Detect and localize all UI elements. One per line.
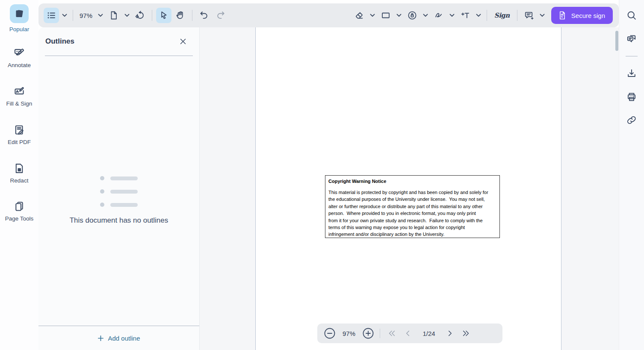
download-button[interactable] [624, 66, 639, 81]
freehand-tool-button[interactable] [431, 8, 446, 23]
sidebar-item-redact[interactable]: Redact [0, 162, 38, 184]
chevron-down-icon [98, 14, 103, 17]
sidebar-item-label: Popular [9, 26, 30, 32]
search-icon [626, 10, 637, 21]
chevron-down-icon [396, 14, 402, 17]
chevron-down-icon [370, 14, 375, 17]
copyright-notice-box: Copyright Warning Notice This material i… [325, 175, 500, 238]
add-text-tool-button[interactable] [458, 8, 473, 23]
outlines-panel-title: Outlines [45, 37, 74, 46]
add-text-dropdown[interactable] [474, 8, 483, 23]
notice-text-line: This material is protected by copyright … [328, 189, 494, 196]
page-icon [109, 10, 119, 21]
chevron-down-icon [124, 14, 130, 17]
copy-link-button[interactable] [624, 112, 639, 128]
undo-button[interactable] [196, 8, 212, 23]
next-page-button[interactable] [443, 327, 456, 340]
comment-dropdown[interactable] [538, 8, 547, 23]
bottom-bar-divider [380, 329, 380, 338]
shape-dropdown[interactable] [395, 8, 403, 23]
outlines-header: Outlines [38, 27, 199, 56]
viewer-bottom-bar: 97% 1/24 [317, 324, 502, 343]
shape-tool-button[interactable] [378, 8, 393, 23]
add-outline-label: Add outline [108, 335, 140, 342]
cursor-icon [159, 10, 169, 21]
pan-tool-button[interactable] [173, 8, 188, 23]
freehand-icon [434, 10, 444, 21]
redact-icon [13, 162, 25, 174]
redo-icon [216, 10, 226, 21]
zoom-in-icon [362, 327, 374, 339]
sidebar-item-label: Edit PDF [8, 139, 31, 145]
secure-sign-button[interactable]: Secure sign [551, 7, 613, 24]
zoom-dropdown[interactable] [96, 8, 105, 23]
prev-page-icon [404, 329, 412, 338]
eraser-icon [354, 10, 364, 21]
stamp-dropdown[interactable] [421, 8, 430, 23]
undo-icon [199, 10, 209, 21]
left-rail: Popular Annotate Fill & Sign [0, 0, 38, 350]
plus-icon [97, 335, 104, 341]
right-rail [619, 0, 644, 350]
select-tool-button[interactable] [156, 8, 171, 23]
add-text-icon [460, 10, 470, 21]
first-page-button[interactable] [385, 327, 398, 340]
search-button[interactable] [624, 8, 639, 23]
outline-skeleton-graphic [100, 176, 138, 207]
outline-list-button[interactable] [44, 8, 59, 23]
zoom-out-button[interactable] [323, 327, 336, 340]
redo-button[interactable] [213, 8, 228, 23]
notice-text-line: from it for your own private study and r… [328, 217, 494, 224]
outlines-panel: Outlines This document has no outlines A… [38, 27, 200, 350]
page-indicator[interactable]: 1/24 [418, 330, 440, 337]
rotate-left-icon [135, 10, 145, 21]
print-button[interactable] [624, 89, 639, 105]
chevron-down-icon [423, 14, 428, 17]
secure-sign-label: Secure sign [571, 12, 605, 19]
comment-tool-button[interactable] [521, 8, 537, 23]
freehand-dropdown[interactable] [448, 8, 456, 23]
add-outline-button[interactable]: Add outline [97, 335, 140, 342]
panel-divider [45, 56, 193, 56]
comment-add-icon [524, 10, 534, 21]
download-icon [626, 68, 637, 79]
add-outline-bar: Add outline [38, 326, 199, 350]
rail-divider [626, 56, 638, 56]
sidebar-item-label: Redact [10, 177, 29, 184]
sign-tool-button[interactable]: Sign [491, 12, 513, 19]
vertical-scrollbar-thumb[interactable] [615, 31, 618, 51]
zoom-level-display[interactable]: 97% [77, 12, 95, 19]
top-toolbar: 97% [38, 3, 619, 27]
zoom-in-button[interactable] [362, 327, 375, 340]
sidebar-item-label: Fill & Sign [6, 100, 32, 107]
page-view-dropdown[interactable] [123, 8, 131, 23]
prev-page-button[interactable] [402, 327, 414, 340]
zoom-out-icon [324, 327, 336, 339]
rotate-button[interactable] [133, 8, 148, 23]
sidebar-item-annotate[interactable]: Annotate [0, 47, 38, 68]
next-page-icon [446, 329, 454, 338]
pdf-page[interactable]: Copyright Warning Notice This material i… [255, 27, 561, 350]
sidebar-item-page-tools[interactable]: Page Tools [0, 200, 38, 222]
stamp-tool-button[interactable] [405, 8, 420, 23]
document-viewer: Copyright Warning Notice This material i… [200, 27, 619, 350]
pan-hand-icon [175, 10, 186, 21]
sidebar-item-popular[interactable]: Popular [0, 4, 38, 32]
notice-text-line: terms of this warning may expose you to … [328, 224, 494, 231]
close-outlines-button[interactable] [176, 35, 190, 48]
sidebar-item-edit-pdf[interactable]: Edit PDF [0, 124, 38, 145]
last-page-button[interactable] [460, 327, 473, 340]
comments-panel-button[interactable] [624, 31, 639, 47]
sidebar-item-fill-sign[interactable]: Fill & Sign [0, 85, 38, 107]
outline-list-dropdown[interactable] [60, 8, 69, 23]
sidebar-item-label: Annotate [8, 62, 31, 68]
close-icon [179, 37, 187, 46]
chevron-down-icon [62, 14, 67, 17]
notice-text-line: alter or further reproduce or distribute… [328, 203, 494, 210]
toolbar-divider [487, 10, 487, 21]
secure-sign-doc-icon [557, 10, 567, 21]
eraser-tool-button[interactable] [352, 8, 367, 23]
eraser-dropdown[interactable] [368, 8, 377, 23]
notice-text-line: infringement and/or disciplinary action … [328, 231, 494, 238]
page-view-button[interactable] [106, 8, 121, 23]
